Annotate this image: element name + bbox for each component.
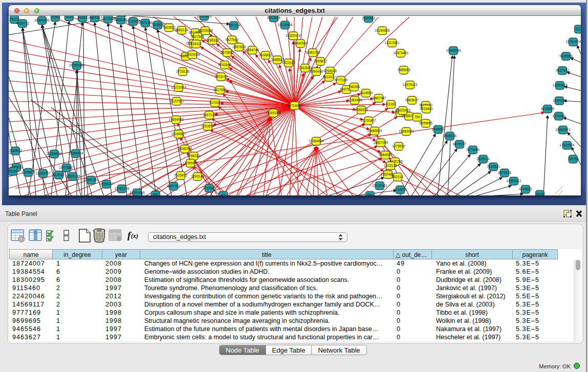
svg-text:433312: 433312 [190, 42, 202, 46]
svg-text:11325419: 11325419 [286, 34, 301, 37]
svg-text:15720407: 15720407 [361, 119, 376, 122]
svg-text:15751074: 15751074 [565, 40, 581, 43]
svg-text:12242757: 12242757 [35, 171, 51, 175]
svg-text:6879197: 6879197 [453, 142, 466, 146]
svg-text:1112: 1112 [575, 27, 581, 31]
svg-text:1733426: 1733426 [394, 188, 407, 191]
svg-text:10654112: 10654112 [507, 179, 521, 183]
svg-text:8471676: 8471676 [498, 171, 511, 174]
svg-text:2718126: 2718126 [176, 70, 189, 73]
svg-text:1105: 1105 [66, 16, 73, 18]
svg-text:15692971: 15692971 [555, 128, 571, 132]
svg-text:10807487: 10807487 [371, 96, 386, 100]
svg-text:2660512: 2660512 [9, 149, 22, 152]
svg-text:20691406: 20691406 [34, 18, 50, 22]
svg-text:62160: 62160 [386, 102, 396, 106]
svg-text:9463627: 9463627 [405, 98, 419, 102]
svg-text:97: 97 [221, 193, 225, 195]
svg-text:5322037: 5322037 [282, 61, 295, 64]
svg-text:1527602: 1527602 [101, 17, 115, 20]
svg-text:12323446: 12323446 [129, 191, 145, 194]
svg-text:16961758: 16961758 [305, 51, 320, 54]
svg-text:18807249: 18807249 [373, 141, 388, 144]
svg-text:252214: 252214 [392, 175, 403, 179]
svg-text:19654923: 19654923 [399, 129, 414, 133]
svg-text:9227342: 9227342 [556, 69, 569, 72]
svg-text:10975887: 10975887 [59, 166, 74, 169]
svg-text:20697: 20697 [78, 16, 88, 19]
svg-text:8938928: 8938928 [443, 134, 456, 138]
svg-text:12213361: 12213361 [384, 41, 400, 45]
svg-text:3498222: 3498222 [187, 154, 200, 158]
svg-text:9327546: 9327546 [225, 38, 238, 41]
svg-text:8990448: 8990448 [310, 70, 323, 73]
svg-text:953: 953 [153, 193, 158, 195]
svg-text:953: 953 [367, 193, 373, 195]
svg-text:15113: 15113 [10, 17, 19, 21]
svg-text:7485063: 7485063 [397, 68, 410, 72]
svg-text:1075692: 1075692 [392, 144, 405, 148]
svg-text:18724007: 18724007 [287, 104, 302, 107]
svg-text:7663822: 7663822 [162, 26, 176, 29]
svg-text:2153: 2153 [52, 16, 59, 19]
svg-text:9146821: 9146821 [259, 53, 272, 57]
svg-text:13226058: 13226058 [198, 29, 213, 32]
svg-text:16154808: 16154808 [375, 29, 390, 32]
svg-text:7625402: 7625402 [174, 173, 187, 177]
svg-text:17016504: 17016504 [559, 143, 575, 147]
svg-text:3624554: 3624554 [359, 91, 373, 95]
svg-text:9329966: 9329966 [559, 54, 573, 58]
svg-text:7357224: 7357224 [227, 24, 241, 27]
svg-text:1615132: 1615132 [384, 164, 397, 167]
svg-text:16046786: 16046786 [177, 147, 192, 150]
svg-text:10653267: 10653267 [87, 16, 102, 19]
svg-text:9115460: 9115460 [420, 107, 433, 111]
svg-text:12213363: 12213363 [171, 85, 186, 89]
svg-text:2687682: 2687682 [362, 16, 375, 20]
svg-text:3716485: 3716485 [203, 186, 216, 190]
svg-text:18099489: 18099489 [183, 161, 198, 165]
svg-text:15136141: 15136141 [372, 184, 387, 187]
svg-text:9860124: 9860124 [175, 28, 188, 32]
svg-text:417006: 417006 [209, 101, 221, 104]
svg-text:7986322: 7986322 [355, 108, 368, 112]
svg-text:2867608: 2867608 [232, 45, 246, 49]
svg-text:19166827: 19166827 [171, 132, 186, 136]
svg-text:23420046: 23420046 [185, 53, 200, 56]
svg-text:19218506: 19218506 [277, 23, 293, 27]
svg-text:2803144: 2803144 [214, 75, 228, 78]
svg-text:10648784: 10648784 [446, 49, 461, 52]
svg-text:39154: 39154 [9, 169, 17, 173]
svg-text:2935114: 2935114 [476, 157, 490, 161]
svg-text:8813054: 8813054 [267, 16, 280, 19]
svg-text:9245652: 9245652 [519, 187, 532, 191]
svg-text:20053346: 20053346 [69, 63, 84, 67]
svg-text:12093822: 12093822 [552, 83, 568, 87]
svg-text:9699695: 9699695 [419, 121, 432, 125]
svg-text:(x): (x) [131, 232, 138, 239]
svg-text:1244415: 1244415 [553, 99, 566, 102]
svg-text:754: 754 [414, 115, 420, 119]
svg-text:10033809: 10033809 [197, 16, 212, 18]
svg-text:9242848: 9242848 [218, 63, 231, 67]
svg-text:19654983: 19654983 [168, 118, 184, 121]
svg-text:6794028: 6794028 [323, 69, 337, 73]
svg-text:1156829: 1156829 [21, 170, 35, 174]
svg-text:16107552: 16107552 [169, 99, 184, 103]
svg-text:1362615: 1362615 [298, 66, 312, 70]
svg-text:8454749: 8454749 [246, 48, 259, 52]
svg-text:8186328: 8186328 [206, 38, 219, 42]
svg-text:16782759: 16782759 [114, 187, 129, 190]
svg-text:20206535: 20206535 [47, 152, 62, 156]
svg-text:3267130: 3267130 [203, 113, 216, 117]
svg-text:17957253: 17957253 [83, 178, 99, 182]
svg-text:10973493: 10973493 [393, 51, 408, 55]
svg-text:1621064: 1621064 [552, 114, 565, 118]
svg-text:12975115: 12975115 [403, 83, 418, 86]
svg-text:4055712: 4055712 [16, 21, 29, 25]
svg-text:21364436: 21364436 [347, 98, 362, 102]
svg-text:9457791: 9457791 [167, 184, 180, 188]
svg-text:1253594: 1253594 [201, 124, 214, 128]
svg-text:9245: 9245 [536, 192, 544, 195]
svg-text:8427552: 8427552 [213, 88, 227, 92]
